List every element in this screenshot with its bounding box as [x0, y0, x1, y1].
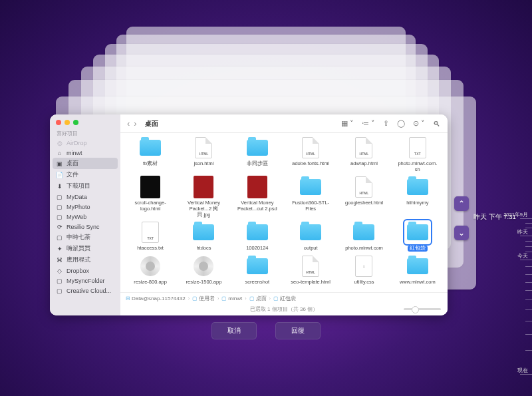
folder-icon: ▢: [221, 296, 227, 301]
snapshot-next-button[interactable]: ⌄: [454, 226, 469, 240]
sidebar-item[interactable]: ◇Dropbox: [50, 266, 120, 276]
cancel-button[interactable]: 取消: [211, 322, 257, 339]
folder-icon: ▢: [56, 234, 63, 241]
file-label: fb素材: [143, 161, 158, 167]
file-label: resize-800.app: [134, 280, 167, 286]
folder-icon: ▢: [56, 203, 63, 210]
file-item[interactable]: HTMLadwrap.html: [338, 136, 390, 172]
sidebar-item[interactable]: ▢MyWeb: [50, 212, 120, 222]
share-icon[interactable]: ⇧: [381, 119, 391, 128]
sidebar-item[interactable]: 📄文件: [50, 169, 120, 180]
sidebar-item[interactable]: ▣桌面: [53, 158, 118, 169]
finder-toolbar: ‹ › 桌面 ▦ ˅ ≔ ˅ ⇧ ◯ ⊙ ˅ 🔍︎: [120, 114, 448, 133]
sidebar-item[interactable]: ⟳Resilio Sync: [50, 222, 120, 232]
file-label: www.minwt.com: [400, 280, 436, 286]
file-item[interactable]: 10020124: [231, 220, 283, 252]
file-item[interactable]: resize-800.app: [124, 254, 176, 286]
sidebar-item-label: 下載項目: [66, 182, 90, 190]
file-item[interactable]: Vertical Money Packet...2 拷貝.jpg: [178, 175, 229, 218]
file-grid-scroll[interactable]: fb素材HTMLjson.html非同步區HTMLadobe-fonts.htm…: [120, 133, 448, 292]
path-bar: ⊟Data@snap-11574432›▢使用者›▢minwt›▢桌面›▢紅包袋: [120, 292, 448, 304]
file-label: utility.css: [354, 280, 374, 286]
sidebar-item[interactable]: ⌂minwt: [50, 148, 120, 158]
folder-icon: [404, 220, 431, 244]
file-item[interactable]: ≡utility.css: [338, 254, 390, 286]
sidebar-item[interactable]: ▢MyPhoto: [50, 202, 120, 212]
nav-back-icon[interactable]: ‹: [126, 118, 131, 128]
timeline[interactable]: 2021年9月 昨天 今天 現在: [504, 200, 532, 386]
file-item[interactable]: HTMLseo-template.html: [285, 254, 336, 286]
search-icon[interactable]: 🔍︎: [431, 120, 442, 128]
restore-button[interactable]: 回復: [275, 322, 321, 339]
nav-forward-icon[interactable]: ›: [132, 118, 138, 128]
sidebar-item[interactable]: ▢申時七茶: [50, 232, 120, 243]
file-label: htdocs: [196, 246, 211, 252]
file-item[interactable]: TXThtaccess.txt: [124, 220, 176, 252]
path-crumb[interactable]: ▢紅包袋: [273, 295, 296, 302]
file-label: googlesheet.html: [345, 200, 383, 206]
file-item[interactable]: hiihimymy: [392, 175, 444, 218]
file-item[interactable]: output: [285, 220, 336, 252]
file-item[interactable]: 非同步區: [231, 136, 283, 172]
file-item[interactable]: www.minwt.com: [392, 254, 444, 286]
finder-main: ‹ › 桌面 ▦ ˅ ≔ ˅ ⇧ ◯ ⊙ ˅ 🔍︎ fb素材HTMLjson.h…: [120, 114, 448, 315]
sidebar-item[interactable]: ▢MyData: [50, 192, 120, 202]
sidebar-item-label: MyPhoto: [66, 204, 90, 210]
sidebar-item[interactable]: ▢Creative Cloud...: [50, 286, 120, 296]
file-item[interactable]: screenshot: [231, 254, 283, 286]
view-icons-icon[interactable]: ▦ ˅: [339, 119, 356, 128]
file-item[interactable]: HTMLjson.html: [178, 136, 229, 172]
maximize-button[interactable]: [73, 120, 78, 125]
file-label: resize-1500.app: [186, 280, 222, 286]
timeline-label: 2021年9月: [503, 212, 528, 218]
sidebar-item-label: Dropbox: [66, 268, 89, 274]
sidebar: 喜好項目 ◎AirDrop⌂minwt▣桌面📄文件⬇下載項目▢MyData▢My…: [50, 114, 120, 315]
path-crumb[interactable]: ⊟Data@snap-11574432: [126, 296, 186, 301]
file-label: Vertical Money Packet...cut 2.psd: [237, 200, 278, 212]
sidebar-item[interactable]: ▢MySyncFolder: [50, 276, 120, 286]
group-icon[interactable]: ≔ ˅: [360, 119, 377, 128]
file-item[interactable]: HTMLgooglesheet.html: [338, 175, 390, 218]
file-label: 非同步區: [247, 161, 268, 167]
file-item[interactable]: Fustion360-STL-Files: [285, 175, 336, 218]
path-crumb[interactable]: ▢桌面: [249, 295, 267, 302]
sidebar-item[interactable]: ◎AirDrop: [50, 138, 120, 148]
airdrop-icon: ◎: [56, 139, 63, 146]
home-icon: ⌂: [56, 149, 63, 156]
file-item[interactable]: Vertical Money Packet...cut 2.psd: [231, 175, 283, 218]
file-item[interactable]: photo.minwt.com: [338, 220, 390, 252]
sidebar-item-label: MySyncFolder: [66, 278, 105, 284]
path-crumb[interactable]: ▢minwt: [221, 296, 242, 301]
file-item[interactable]: TXTphoto.minwt.com.sh: [392, 136, 444, 172]
close-button[interactable]: [56, 120, 61, 125]
folder-icon: [137, 136, 164, 160]
timeline-label: 今天: [517, 253, 528, 260]
file-label: hiihimymy: [406, 200, 428, 206]
path-crumb-label: 使用者: [199, 295, 215, 302]
file-item[interactable]: scroll-change-logo.html: [124, 175, 176, 218]
path-crumb-label: 紅包袋: [280, 295, 296, 302]
apps-icon: ⌘: [56, 256, 63, 264]
file-item[interactable]: htdocs: [178, 220, 229, 252]
path-crumb[interactable]: ▢使用者: [192, 295, 215, 302]
file-item[interactable]: resize-1500.app: [178, 254, 229, 286]
html-file-icon: HTML: [297, 136, 324, 160]
minimize-button[interactable]: [65, 120, 70, 125]
image-thumbnail: [137, 175, 164, 199]
snapshot-prev-button[interactable]: ⌃: [454, 196, 469, 211]
file-label: 10020124: [246, 246, 268, 252]
icon-size-slider[interactable]: [404, 308, 441, 310]
folder-icon: [244, 136, 271, 160]
folder-icon: [404, 175, 431, 199]
more-icon[interactable]: ⊙ ˅: [411, 119, 427, 128]
tag-icon[interactable]: ◯: [395, 119, 407, 128]
file-item[interactable]: fb素材: [124, 136, 176, 172]
file-item[interactable]: HTMLadobe-fonts.html: [285, 136, 336, 172]
desktop-icon: ▣: [56, 160, 63, 167]
app-icon: [190, 254, 217, 278]
file-item[interactable]: 紅包袋: [392, 220, 444, 252]
txt-file-icon: TXT: [404, 136, 431, 160]
sidebar-item[interactable]: ⬇下載項目: [50, 180, 120, 192]
sidebar-item[interactable]: ✦嗨派買買: [50, 243, 120, 254]
sidebar-item[interactable]: ⌘應用程式: [50, 254, 120, 266]
